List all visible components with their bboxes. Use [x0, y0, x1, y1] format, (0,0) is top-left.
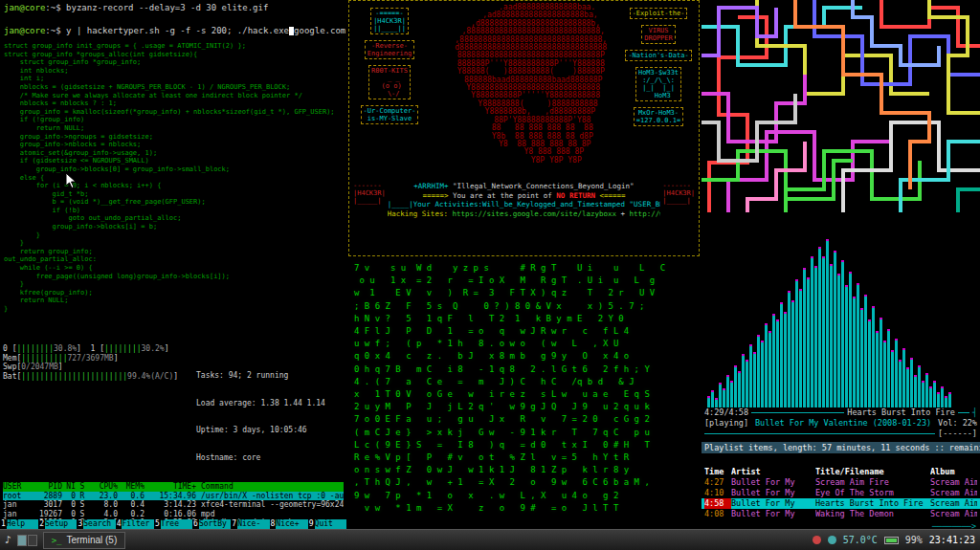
skull-ascii-art: .aad8888888888888baa. ,ad888888888888888… [428, 4, 620, 180]
fkey-help[interactable]: 1Help [0, 519, 38, 529]
no-return-warning: NO RETURN [556, 191, 595, 200]
pipes-screensaver-window[interactable] [702, 0, 980, 212]
battery-icon [884, 537, 899, 544]
visualizer-bar [941, 386, 944, 407]
hacking-site-link-2[interactable]: http://www.freebsd.org [630, 209, 661, 218]
tray-icon-2[interactable] [828, 536, 836, 544]
workspace-2[interactable] [28, 535, 37, 546]
visualizer-bar [834, 251, 836, 407]
fkey-sortby[interactable]: 6SortBy [192, 519, 231, 529]
visualizer-bar [853, 297, 856, 407]
fkey-tree[interactable]: 5Tree [154, 519, 192, 529]
hacker-label-box: HoM3-$w33t :/_/\_\: |_| |_| HoM3 [635, 67, 681, 101]
visualizer-bar [811, 256, 813, 407]
visualizer-bar [895, 339, 898, 407]
visualizer-bar [791, 300, 794, 407]
visualizer-bar [768, 331, 771, 407]
visualizer-bar [711, 390, 714, 407]
fkey-nice-[interactable]: 7Nice- [231, 519, 269, 529]
visualizer-bar [902, 348, 905, 407]
battery-percent: 99% [905, 535, 923, 545]
banner-line-3: |____|Your Activities:Will_be_Keylogged_… [388, 200, 661, 209]
hacker-label-box: -=====- |H4CK3R| ||____|| [370, 8, 409, 34]
visualizer-bar [753, 352, 756, 407]
workspace-pager[interactable] [17, 535, 37, 546]
terminal-window[interactable]: jan@core:~$ byzanz-record --delay=3 -d 3… [0, 0, 346, 342]
command-1: byzanz-record --delay=3 -d 30 elite.gif [66, 3, 268, 12]
mem-meter: Mem[||||||||||727/3697MB] [3, 354, 190, 363]
htop-stats: Tasks: 94; 2 running Load average: 1.38 … [196, 353, 325, 480]
matrix-rain: 7 v s u W d y z p s # R g T U i u L C o … [354, 262, 694, 515]
now-playing: Bullet For My Valentine (2008-01-23) [751, 418, 935, 429]
visualizer-bar [860, 308, 863, 407]
taskbar-window-button[interactable]: >_Terminal (5) [43, 532, 126, 549]
hacking-site-link-1[interactable]: https://sites.google.com/site/lazyboxx [452, 209, 616, 218]
banner-line-1: "Illegal_Network_Connections_Beyond_Logi… [453, 182, 635, 190]
fkey-quit[interactable]: 9Quit [308, 519, 346, 529]
visualizer-bar [707, 396, 710, 407]
visualizer-bar [945, 396, 947, 407]
banner-right-box: ------- |H4CK3R| |_____| [662, 182, 695, 205]
visualizer-bar [891, 350, 894, 407]
visualizer-bar [738, 371, 741, 407]
visualizer-bar [726, 375, 729, 407]
playlist-row[interactable]: 4:10Bullet For MyEye Of The StormScream … [702, 488, 980, 498]
tasks-count: Tasks: 94; 2 running [196, 371, 325, 381]
visualizer-bar [746, 360, 748, 407]
fkey-filter[interactable]: 4Filter [116, 519, 154, 529]
visualizer-bar [803, 268, 806, 407]
tray-icon-1[interactable] [813, 536, 821, 544]
fkey-search[interactable]: 3Search [77, 519, 115, 529]
visualizer-bar [723, 388, 725, 407]
visualizer-bar [830, 264, 833, 407]
visualizer-bar [933, 381, 936, 407]
htop-window[interactable]: 0 [||||||||30.8%] 1 [||||||||30.2%] Mem[… [0, 342, 346, 529]
skull-right-boxes: -Exploit-the-VIRUS DROPPER-Nation's-Data… [620, 2, 697, 180]
visualizer-bar [807, 277, 810, 407]
playlist-header[interactable]: TimeArtistTitle/FilenameAlbum [702, 466, 980, 477]
warning-banner: ------- |H4CK3R| |_____| +ARRHIM+ "Illeg… [351, 182, 697, 218]
playlist-row[interactable]: 4:27Bullet For MyScream Aim FireScream A… [702, 477, 980, 488]
visualizer-bar [776, 319, 779, 407]
player-state: [playing] [704, 418, 748, 429]
visualizer-bar [715, 398, 718, 407]
visualizer-bar [795, 279, 798, 407]
visualizer-bar [719, 383, 722, 407]
pipe-segment [814, 0, 980, 84]
hacker-banner-window[interactable]: -=====- |H4CK3R| ||____||-Reverse- Engin… [348, 0, 700, 256]
hacker-label-box: -Exploit-the- [630, 8, 688, 19]
hacker-label-box: -Reverse- Engineering [365, 40, 414, 59]
visualizer-bar [780, 302, 783, 407]
visualizer-bar [765, 323, 768, 407]
hostname: Hostname: core [196, 453, 325, 463]
visualizer-bar [864, 295, 867, 407]
visualizer-bar [818, 247, 821, 407]
music-player-window[interactable]: 4:29/4:58Hearts Burst Into Fire┤ [playin… [702, 214, 980, 529]
playlist-row[interactable]: 4:08Bullet For MyWaking The DemonScream … [702, 509, 980, 519]
volume-icon[interactable]: ♪ [5, 534, 11, 546]
process-table-header[interactable]: USERPIDNISCPU%MEM%TIME+Command [3, 482, 344, 492]
workspace-1[interactable] [17, 535, 27, 546]
pipe-segment [958, 189, 980, 212]
hacker-label-box: -Ur-Computer- is-MY-Slave [361, 105, 419, 124]
terminal-icon: >_ [52, 536, 62, 545]
cmatrix-window[interactable]: 7 v s u W d y z p s # R g T U i u L C o … [348, 258, 700, 529]
visualizer-bar [906, 367, 909, 407]
volume-label: Vol: 22% [938, 418, 977, 429]
playlist-row[interactable]: 4:58Bullet For MyHearts Burst Into FireS… [702, 498, 980, 509]
progress-line[interactable]: 4:29/4:58Hearts Burst Into Fire┤ [702, 407, 980, 418]
fkey-setup[interactable]: 2Setup [38, 519, 77, 529]
visualizer-bar [826, 239, 829, 407]
fkey-nice+[interactable]: 8Nice+ [270, 519, 308, 529]
visualizer-bar [841, 260, 844, 407]
visualizer-bars [702, 214, 980, 407]
clock[interactable]: 23:41:23 [929, 535, 975, 545]
visualizer-bar [772, 314, 775, 407]
visualizer-bar [887, 329, 890, 407]
volume-box: [------] [938, 429, 977, 439]
process-row: root28890R23.00.615:34.96/usr/bin/X -nol… [3, 492, 344, 500]
visualizer-bar [929, 386, 932, 407]
prompt-line-2[interactable]: jan@core:~$ y | hackertyper.sh -g -f -s … [4, 25, 343, 36]
volume-rule: [------] [702, 429, 980, 439]
command-2: y | hackertyper.sh -g -f -s 200; ./hack.… [66, 26, 289, 35]
